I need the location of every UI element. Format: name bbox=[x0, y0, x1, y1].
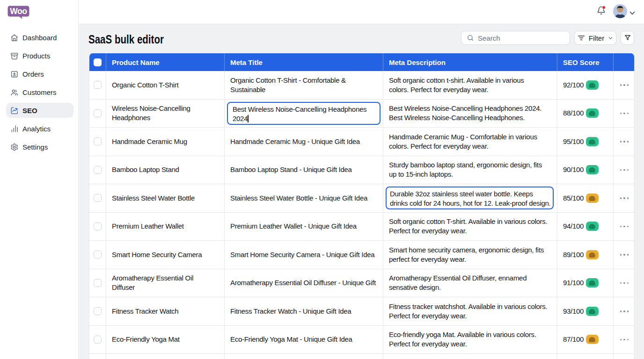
svg-text:Woo: Woo bbox=[10, 7, 27, 16]
